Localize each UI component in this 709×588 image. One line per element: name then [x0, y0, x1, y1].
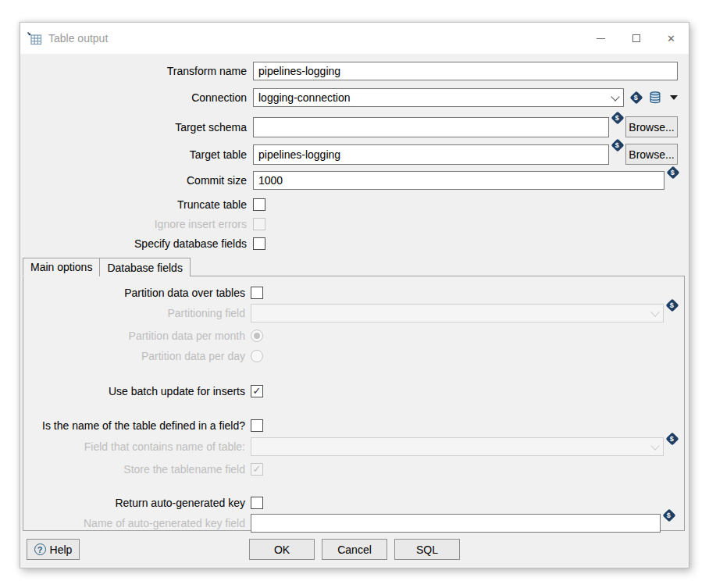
variable-icon: $: [667, 166, 680, 180]
specify-database-fields-label: Specify database fields: [27, 237, 253, 250]
connection-label: Connection: [27, 91, 253, 104]
close-button[interactable]: ✕: [654, 23, 689, 54]
connection-value: logging-connection: [258, 91, 351, 104]
ignore-insert-errors-label: Ignore insert errors: [27, 218, 253, 230]
target-table-browse-button[interactable]: Browse...: [625, 144, 678, 165]
truncate-table-checkbox[interactable]: [253, 198, 265, 211]
partition-per-day-radio: [251, 350, 263, 362]
tab-database-fields[interactable]: Database fields: [99, 258, 191, 276]
specify-database-fields-checkbox[interactable]: [253, 237, 265, 250]
commit-size-label: Commit size: [27, 174, 253, 187]
partition-over-tables-label: Partition data over tables: [23, 287, 251, 299]
auto-key-field-input: [251, 514, 661, 533]
dialog-body: Transform name Connection logging-connec…: [20, 54, 689, 531]
table-name-field-combo: [251, 437, 664, 456]
return-auto-key-checkbox[interactable]: [251, 497, 263, 509]
partition-per-month-label: Partition data per month: [23, 330, 251, 342]
maximize-button[interactable]: [618, 23, 654, 54]
target-table-input[interactable]: [253, 144, 609, 165]
tab-strip: Main options Database fields: [23, 258, 685, 276]
variable-icon: $: [663, 509, 676, 522]
table-name-in-field-checkbox[interactable]: [251, 419, 263, 432]
partitioning-field-combo: [251, 304, 664, 323]
chevron-down-icon: [647, 305, 663, 322]
partitioning-field-label: Partitioning field: [23, 307, 251, 319]
connection-menu-arrow-icon[interactable]: [670, 95, 678, 100]
main-options-panel: Partition data over tables Partitioning …: [23, 276, 685, 531]
question-icon: ?: [34, 543, 46, 555]
partition-per-month-radio: [251, 330, 263, 342]
chevron-down-icon: [647, 438, 663, 455]
store-tablename-label: Store the tablename field: [23, 463, 251, 476]
return-auto-key-label: Return auto-generated key: [23, 497, 251, 509]
options-tab-folder: Main options Database fields Partition d…: [23, 258, 685, 531]
chevron-down-icon[interactable]: [607, 89, 623, 106]
variable-icon: $: [630, 91, 643, 105]
ignore-insert-errors-checkbox: [253, 218, 265, 230]
truncate-table-label: Truncate table: [27, 198, 253, 211]
partition-over-tables-checkbox[interactable]: [251, 287, 263, 299]
transform-name-input[interactable]: [253, 62, 678, 80]
target-schema-input[interactable]: [253, 117, 609, 137]
dialog-footer: ? Help OK Cancel SQL: [20, 531, 689, 570]
footer-button-group: OK Cancel SQL: [249, 539, 460, 560]
titlebar[interactable]: Table output ✕: [20, 23, 689, 54]
help-button[interactable]: ? Help: [27, 539, 80, 560]
tab-main-options[interactable]: Main options: [23, 258, 100, 276]
variable-icon: $: [611, 139, 625, 152]
close-icon: ✕: [667, 34, 675, 44]
transform-name-label: Transform name: [27, 65, 253, 77]
cancel-button[interactable]: Cancel: [322, 539, 387, 560]
variable-icon: $: [611, 112, 625, 125]
target-schema-browse-button[interactable]: Browse...: [625, 116, 678, 137]
dialog-title: Table output: [48, 32, 108, 45]
target-table-label: Target table: [27, 148, 253, 161]
table-name-in-field-label: Is the name of the table defined in a fi…: [23, 419, 251, 432]
help-label: Help: [50, 543, 73, 556]
batch-update-label: Use batch update for inserts: [23, 385, 251, 397]
table-output-icon: [27, 32, 42, 45]
sql-button[interactable]: SQL: [394, 539, 460, 560]
database-icon[interactable]: [649, 91, 661, 105]
variable-icon: $: [666, 299, 679, 312]
maximize-icon: [632, 34, 640, 42]
target-schema-label: Target schema: [27, 121, 253, 134]
variable-icon: $: [666, 433, 679, 446]
minimize-icon: [597, 38, 605, 39]
batch-update-checkbox[interactable]: [251, 385, 263, 397]
store-tablename-checkbox: [251, 463, 263, 476]
table-name-field-label: Field that contains name of table:: [23, 440, 251, 453]
partition-per-day-label: Partition data per day: [23, 350, 251, 362]
table-output-dialog: Table output ✕ Transform name Connection…: [20, 22, 689, 568]
auto-key-field-label: Name of auto-generated key field: [23, 517, 251, 529]
commit-size-input[interactable]: [253, 171, 664, 190]
connection-combo[interactable]: logging-connection: [253, 88, 624, 107]
ok-button[interactable]: OK: [249, 539, 315, 560]
minimize-button[interactable]: [583, 23, 618, 54]
